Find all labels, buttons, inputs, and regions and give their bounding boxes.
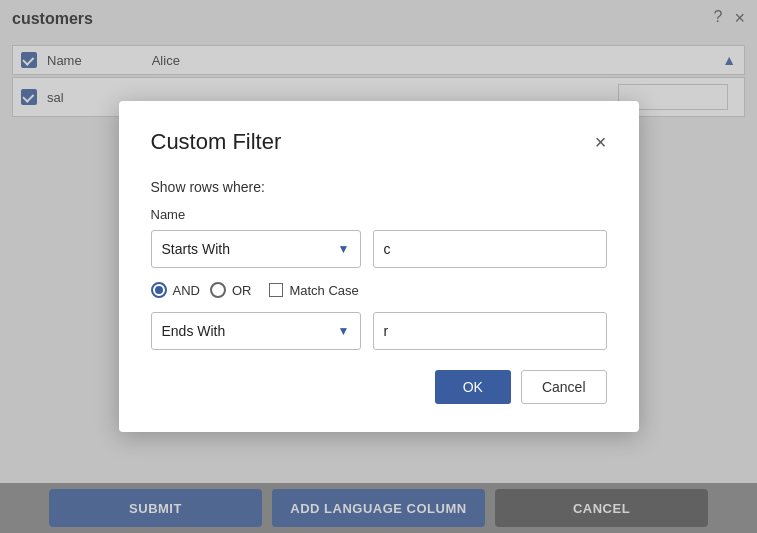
- condition1-dropdown-arrow: ▼: [338, 242, 350, 256]
- or-radio-group: OR: [210, 282, 252, 298]
- or-label: OR: [232, 283, 252, 298]
- match-case-group: Match Case: [269, 283, 358, 298]
- modal-overlay: Custom Filter × Show rows where: Name St…: [0, 0, 757, 533]
- condition1-operator-label: Starts With: [162, 241, 230, 257]
- modal-close-button[interactable]: ×: [595, 132, 607, 152]
- match-case-checkbox[interactable]: [269, 283, 283, 297]
- custom-filter-modal: Custom Filter × Show rows where: Name St…: [119, 101, 639, 432]
- condition2-row: Ends With ▼: [151, 312, 607, 350]
- modal-subtitle: Show rows where:: [151, 179, 607, 195]
- and-radio-button[interactable]: [151, 282, 167, 298]
- cancel-button[interactable]: Cancel: [521, 370, 607, 404]
- condition1-value-input[interactable]: [373, 230, 607, 268]
- match-case-label: Match Case: [289, 283, 358, 298]
- modal-footer: OK Cancel: [151, 370, 607, 404]
- and-label: AND: [173, 283, 200, 298]
- condition2-operator-dropdown[interactable]: Ends With ▼: [151, 312, 361, 350]
- ok-button[interactable]: OK: [435, 370, 511, 404]
- modal-header: Custom Filter ×: [151, 129, 607, 155]
- or-radio-button[interactable]: [210, 282, 226, 298]
- field-label: Name: [151, 207, 607, 222]
- condition1-operator-dropdown[interactable]: Starts With ▼: [151, 230, 361, 268]
- modal-title: Custom Filter: [151, 129, 282, 155]
- condition2-value-input[interactable]: [373, 312, 607, 350]
- condition2-operator-label: Ends With: [162, 323, 226, 339]
- logic-row: AND OR Match Case: [151, 282, 607, 298]
- condition1-row: Starts With ▼: [151, 230, 607, 268]
- and-radio-group: AND: [151, 282, 200, 298]
- condition2-dropdown-arrow: ▼: [338, 324, 350, 338]
